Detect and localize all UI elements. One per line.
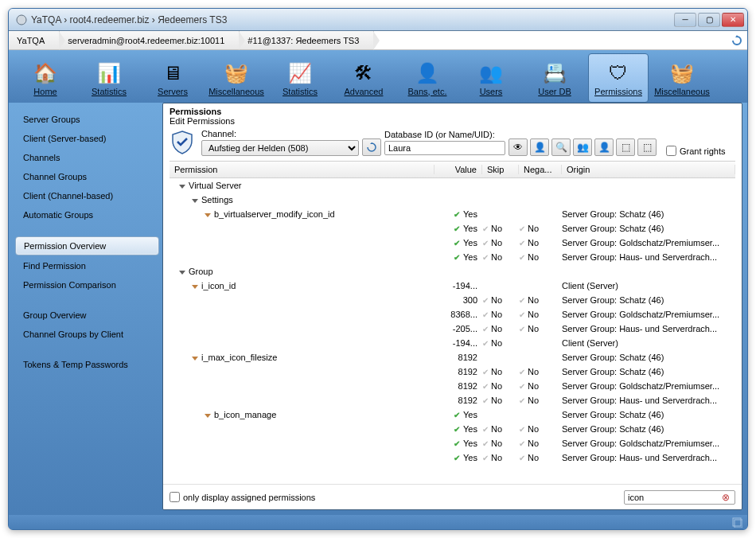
table-row[interactable]: ✔ Yes✔ No✔ NoServer Group: Schatz (46) xyxy=(170,221,735,236)
sidebar-item-channels[interactable]: Channels xyxy=(15,149,159,166)
col-skip[interactable]: Skip xyxy=(482,165,519,174)
statistics-icon: 📈 xyxy=(287,60,313,86)
filter-input[interactable] xyxy=(624,490,735,505)
toolbar-servers[interactable]: 🖥Servers xyxy=(142,53,203,103)
table-row[interactable]: Virtual Server xyxy=(170,178,735,193)
table-row[interactable]: -205...✔ No✔ NoServer Group: Haus- und S… xyxy=(170,322,735,336)
toolbar-user-db[interactable]: 📇User DB xyxy=(524,53,585,103)
app-window: YaTQA › root4.redeemer.biz › Яedeemers T… xyxy=(8,8,748,530)
bans, etc.-icon: 👤 xyxy=(415,60,440,86)
minimize-button[interactable]: ─ xyxy=(674,13,696,27)
table-row[interactable]: Group xyxy=(170,264,735,279)
refresh-channel-button[interactable] xyxy=(362,138,381,156)
table-row[interactable]: ✔ Yes✔ No✔ NoServer Group: Schatz (46) xyxy=(170,422,735,436)
table-row[interactable]: ✔ Yes✔ No✔ NoServer Group: Haus- und Ser… xyxy=(170,450,735,465)
panel-subtitle: Edit Permissions xyxy=(163,116,742,129)
table-row[interactable]: i_max_icon_filesize8192Server Group: Sch… xyxy=(170,350,735,365)
footer: only display assigned permissions ⊗ xyxy=(163,484,742,509)
window-controls: ─ ▢ ✕ xyxy=(674,13,744,27)
find-icon[interactable]: 🔍 xyxy=(551,138,571,156)
table-row[interactable]: 8192✔ No✔ NoServer Group: Schatz (46) xyxy=(170,365,735,379)
table-row[interactable]: ✔ Yes✔ No✔ NoServer Group: Haus- und Ser… xyxy=(170,250,735,264)
col-permission[interactable]: Permission xyxy=(170,165,435,174)
close-button[interactable]: ✕ xyxy=(722,13,744,27)
breadcrumb-item[interactable]: #11@1337: Яedeemers TS3 xyxy=(240,31,374,49)
table-row[interactable]: -194...✔ NoClient (Server) xyxy=(170,336,735,350)
table-row[interactable]: ✔ Yes✔ No✔ NoServer Group: Goldschatz/Pr… xyxy=(170,236,735,250)
table-row[interactable]: 8192✔ No✔ NoServer Group: Haus- und Serv… xyxy=(170,393,735,407)
col-negate[interactable]: Nega... xyxy=(519,165,562,174)
maximize-button[interactable]: ▢ xyxy=(698,13,720,27)
toolbar-advanced[interactable]: 🛠Advanced xyxy=(333,53,394,103)
miscellaneous-icon: 🧺 xyxy=(224,60,249,86)
sidebar: Server GroupsClient (Server-based)Channe… xyxy=(9,103,162,515)
app-icon xyxy=(15,14,28,26)
sidebar-item-client-channel-based-[interactable]: Client (Channel-based) xyxy=(15,187,159,205)
db-id-input[interactable] xyxy=(384,141,505,155)
group2-icon[interactable]: ⬚ xyxy=(637,138,657,156)
toolbar-statistics[interactable]: 📊Statistics xyxy=(79,53,139,103)
channel-label: Channel: xyxy=(201,129,359,138)
table-row[interactable]: b_icon_manage✔ YesServer Group: Schatz (… xyxy=(170,407,735,422)
body: Server GroupsClient (Server-based)Channe… xyxy=(9,103,747,515)
clear-filter-icon[interactable]: ⊗ xyxy=(722,492,733,503)
toolbar-bans-etc-[interactable]: 👤Bans, etc. xyxy=(397,53,458,103)
statusbar xyxy=(9,515,747,529)
users-icon[interactable]: 👥 xyxy=(573,138,592,156)
toolbar-permissions[interactable]: 🛡Permissions xyxy=(588,53,649,103)
toolbar-users[interactable]: 👥Users xyxy=(461,53,521,103)
sidebar-item-channel-groups-by-client[interactable]: Channel Groups by Client xyxy=(15,326,159,343)
channel-select[interactable]: Aufstieg der Helden (508) xyxy=(201,140,359,156)
table-row[interactable]: ✔ Yes✔ No✔ NoServer Group: Goldschatz/Pr… xyxy=(170,436,735,450)
shield-icon xyxy=(170,130,195,155)
col-origin[interactable]: Origin xyxy=(562,165,735,174)
sidebar-item-permission-overview[interactable]: Permission Overview xyxy=(15,236,159,255)
sidebar-item-permission-comparison[interactable]: Permission Comparison xyxy=(15,276,159,294)
only-assigned-checkbox[interactable]: only display assigned permissions xyxy=(170,492,315,502)
permissions-icon: 🛡 xyxy=(606,60,631,86)
miscellaneous-icon: 🧺 xyxy=(669,60,695,86)
refresh-icon[interactable] xyxy=(728,32,746,49)
main-panel: Permissions Edit Permissions Channel: Au… xyxy=(162,103,742,510)
home-icon: 🏠 xyxy=(33,60,58,86)
breadcrumb-item[interactable]: YaTQA xyxy=(9,31,60,49)
db-id-label: Database ID (or Name/UID): xyxy=(384,130,505,139)
breadcrumb: YaTQA serveradmin@root4.redeemer.biz:100… xyxy=(9,31,747,50)
table-row[interactable]: Settings xyxy=(170,193,735,207)
table-row[interactable]: 8368...✔ No✔ NoServer Group: Goldschatz/… xyxy=(170,307,735,322)
sidebar-item-find-permission[interactable]: Find Permission xyxy=(15,257,159,275)
table-header: Permission Value Skip Nega... Origin xyxy=(170,161,735,178)
view-icon[interactable]: 👁 xyxy=(509,138,528,156)
table-row[interactable]: i_icon_id-194...Client (Server) xyxy=(170,279,735,293)
col-value[interactable]: Value xyxy=(435,165,482,174)
window-title: YaTQA › root4.redeemer.biz › Яedeemers T… xyxy=(31,14,674,25)
breadcrumb-item[interactable]: serveradmin@root4.redeemer.biz:10011 xyxy=(60,31,240,49)
panel-title: Permissions xyxy=(163,103,742,116)
statistics-icon: 📊 xyxy=(96,60,122,86)
user-icon[interactable]: 👤 xyxy=(530,138,549,156)
group-icon[interactable]: ⬚ xyxy=(616,138,635,156)
form-row: Channel: Aufstieg der Helden (508) Datab… xyxy=(163,129,742,161)
permissions-table[interactable]: Virtual ServerSettingsb_virtualserver_mo… xyxy=(170,178,735,484)
servers-icon: 🖥 xyxy=(160,60,185,86)
sidebar-item-tokens-temp-passwords[interactable]: Tokens & Temp Passwords xyxy=(15,356,159,373)
table-row[interactable]: b_virtualserver_modify_icon_id✔ YesServe… xyxy=(170,207,735,221)
advanced-icon: 🛠 xyxy=(351,60,376,86)
sidebar-item-channel-groups[interactable]: Channel Groups xyxy=(15,168,159,185)
users-icon: 👥 xyxy=(478,60,504,86)
svg-point-0 xyxy=(17,15,26,25)
user2-icon[interactable]: 👤 xyxy=(594,138,614,156)
sidebar-item-group-overview[interactable]: Group Overview xyxy=(15,306,159,324)
toolbar-statistics[interactable]: 📈Statistics xyxy=(270,53,330,103)
sidebar-item-server-groups[interactable]: Server Groups xyxy=(15,111,159,128)
table-row[interactable]: 8192✔ No✔ NoServer Group: Goldschatz/Pre… xyxy=(170,379,735,393)
sidebar-item-client-server-based-[interactable]: Client (Server-based) xyxy=(15,130,159,147)
toolbar-miscellaneous[interactable]: 🧺Miscellaneous xyxy=(652,53,712,103)
grant-rights-checkbox[interactable]: Grant rights xyxy=(666,146,725,156)
resize-grip-icon[interactable] xyxy=(731,517,742,528)
sidebar-item-automatic-groups[interactable]: Automatic Groups xyxy=(15,206,159,224)
table-row[interactable]: 300✔ No✔ NoServer Group: Schatz (46) xyxy=(170,293,735,307)
toolbar-home[interactable]: 🏠Home xyxy=(15,53,76,103)
toolbar-miscellaneous[interactable]: 🧺Miscellaneous xyxy=(206,53,267,103)
toolbar: 🏠Home📊Statistics🖥Servers🧺Miscellaneous📈S… xyxy=(9,50,747,103)
